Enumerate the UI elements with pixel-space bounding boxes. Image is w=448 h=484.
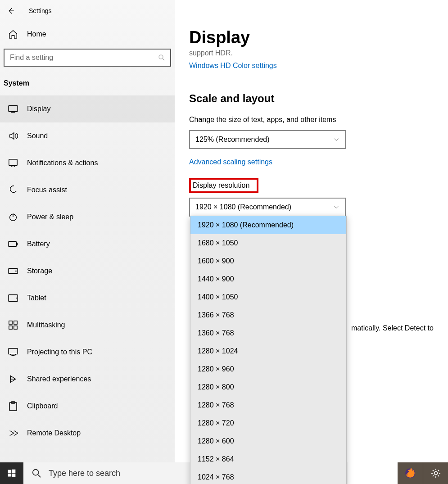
search-input[interactable]	[10, 54, 158, 62]
windows-icon	[7, 469, 16, 478]
svg-rect-13	[14, 326, 17, 329]
sidebar-item-multitasking[interactable]: Multitasking	[0, 312, 175, 339]
sidebar-item-label: Display	[27, 105, 50, 113]
svg-rect-14	[9, 348, 18, 354]
detect-text-fragment: matically. Select Detect to	[351, 324, 434, 332]
resolution-dropdown[interactable]: 1920 × 1080 (Recommended)	[189, 198, 346, 217]
sidebar-item-power-sleep[interactable]: Power & sleep	[0, 204, 175, 231]
scale-dropdown[interactable]: 125% (Recommended)	[189, 130, 346, 149]
resolution-option[interactable]: 1024 × 768	[190, 468, 346, 484]
svg-rect-10	[9, 321, 12, 324]
sidebar-item-shared-experiences[interactable]: Shared experiences	[0, 366, 175, 393]
svg-point-0	[159, 55, 163, 59]
page-title: Display	[189, 28, 448, 47]
svg-point-21	[33, 470, 39, 475]
battery-icon	[8, 239, 18, 249]
back-button[interactable]	[6, 6, 15, 15]
sidebar-item-label: Storage	[27, 267, 52, 275]
search-icon	[158, 54, 166, 62]
sidebar-section-system: System	[0, 71, 175, 95]
sidebar-item-label: Sound	[27, 132, 48, 140]
resolution-option[interactable]: 1280 × 1024	[190, 342, 346, 360]
start-button[interactable]	[0, 462, 23, 484]
chevron-down-icon	[333, 136, 339, 143]
sidebar-item-sound[interactable]: Sound	[0, 122, 175, 149]
sidebar-item-storage[interactable]: Storage	[0, 258, 175, 285]
advanced-scaling-link[interactable]: Advanced scaling settings	[189, 158, 448, 166]
focus-assist-icon	[8, 185, 18, 195]
resolution-dropdown-value: 1920 × 1080 (Recommended)	[195, 203, 291, 211]
resolution-option[interactable]: 1600 × 900	[190, 252, 346, 270]
sound-icon	[8, 131, 18, 141]
titlebar: Settings	[0, 0, 175, 22]
svg-rect-20	[12, 474, 16, 477]
sidebar-item-label: Power & sleep	[27, 213, 73, 221]
clipboard-icon	[8, 401, 18, 411]
shared-experiences-icon	[8, 374, 18, 384]
display-icon	[8, 104, 18, 114]
chevron-down-icon	[333, 204, 339, 210]
notifications-icon	[8, 158, 18, 168]
projecting-icon	[8, 347, 18, 357]
window-title: Settings	[29, 7, 52, 14]
sidebar-item-label: Battery	[27, 240, 50, 248]
sidebar-item-label: Projecting to this PC	[27, 348, 92, 356]
sidebar-item-label: Multitasking	[27, 321, 65, 329]
resolution-option[interactable]: 1280 × 720	[190, 414, 346, 432]
svg-point-23	[434, 472, 437, 475]
resolution-label: Display resolution	[193, 181, 249, 189]
sidebar-item-projecting[interactable]: Projecting to this PC	[0, 339, 175, 366]
multitasking-icon	[8, 320, 18, 330]
sidebar-item-battery[interactable]: Battery	[0, 231, 175, 258]
resolution-option[interactable]: 1280 × 768	[190, 396, 346, 414]
resolution-label-highlight: Display resolution	[189, 178, 258, 193]
svg-point-7	[15, 271, 17, 272]
sidebar-home[interactable]: Home	[0, 22, 175, 47]
storage-icon	[8, 266, 18, 276]
gear-icon	[430, 468, 441, 479]
remote-desktop-icon	[8, 428, 18, 438]
resolution-option[interactable]: 1280 × 800	[190, 378, 346, 396]
taskbar-firefox[interactable]	[398, 462, 423, 484]
resolution-option[interactable]: 1400 × 1050	[190, 288, 346, 306]
search-icon	[32, 468, 41, 478]
svg-rect-1	[9, 106, 18, 112]
settings-search[interactable]	[4, 49, 171, 67]
sidebar-item-label: Focus assist	[27, 186, 67, 194]
taskbar-settings[interactable]	[423, 462, 448, 484]
svg-rect-2	[9, 159, 17, 166]
sidebar-item-remote-desktop[interactable]: Remote Desktop	[0, 420, 175, 447]
sidebar-item-label: Shared experiences	[27, 375, 91, 383]
tablet-icon	[8, 293, 18, 303]
hd-color-settings-link[interactable]: Windows HD Color settings	[189, 62, 448, 70]
resolution-option[interactable]: 1920 × 1080 (Recommended)	[190, 216, 346, 234]
power-icon	[8, 212, 18, 222]
svg-rect-18	[12, 470, 16, 473]
firefox-icon	[404, 467, 416, 479]
sidebar-item-notifications[interactable]: Notifications & actions	[0, 149, 175, 176]
resolution-option[interactable]: 1152 × 864	[190, 450, 346, 468]
resolution-option[interactable]: 1280 × 960	[190, 360, 346, 378]
resolution-option[interactable]: 1280 × 600	[190, 432, 346, 450]
resolution-option[interactable]: 1360 × 768	[190, 324, 346, 342]
sidebar-home-label: Home	[27, 30, 46, 38]
arrow-left-icon	[7, 7, 15, 15]
svg-rect-17	[8, 470, 12, 473]
sidebar-item-focus-assist[interactable]: Focus assist	[0, 176, 175, 204]
hdr-cut-text: support HDR.	[189, 49, 448, 57]
sidebar-item-tablet[interactable]: Tablet	[0, 285, 175, 312]
resolution-option[interactable]: 1440 × 900	[190, 270, 346, 288]
resolution-option[interactable]: 1680 × 1050	[190, 234, 346, 252]
scale-layout-heading: Scale and layout	[189, 92, 448, 105]
sidebar-item-clipboard[interactable]: Clipboard	[0, 393, 175, 420]
sidebar-item-display[interactable]: Display	[0, 95, 175, 122]
resolution-option[interactable]: 1366 × 768	[190, 306, 346, 324]
sidebar-item-label: Tablet	[27, 294, 46, 302]
settings-sidebar: Settings Home System Display Sound	[0, 0, 175, 484]
scale-dropdown-value: 125% (Recommended)	[195, 136, 270, 144]
resolution-options-list: 1920 × 1080 (Recommended) 1680 × 1050 16…	[190, 216, 347, 484]
svg-rect-11	[14, 321, 17, 324]
scale-label: Change the size of text, apps, and other…	[189, 116, 448, 124]
svg-rect-12	[9, 326, 12, 329]
svg-rect-4	[9, 242, 16, 247]
